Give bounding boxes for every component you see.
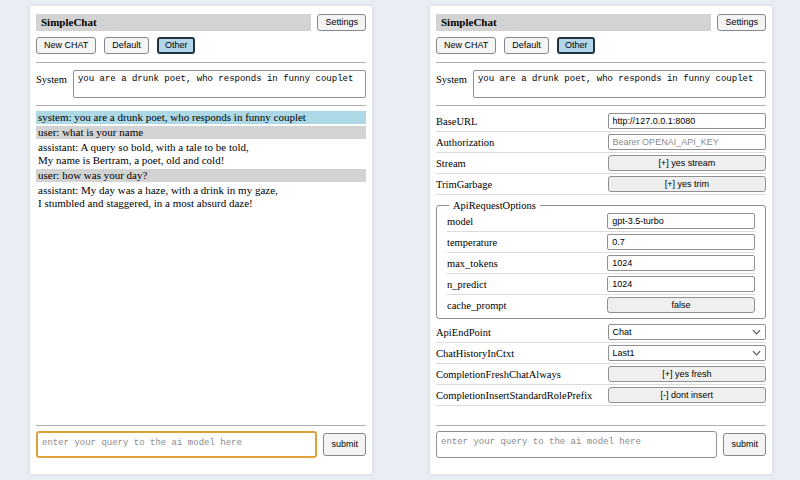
model-label: model [447, 216, 473, 227]
separator [436, 105, 766, 106]
submit-button[interactable]: submit [323, 433, 366, 456]
n-predict-input[interactable] [607, 276, 755, 292]
completion-fresh-chat-always-toggle-button[interactable]: [+] yes fresh [608, 366, 766, 382]
api-endpoint-selected-value: Chat [613, 327, 632, 337]
settings-list: BaseURL Authorization Stream [+] yes str… [436, 111, 766, 425]
api-endpoint-label: ApiEndPoint [436, 327, 491, 338]
system-prompt-label: System [36, 70, 67, 85]
chevron-down-icon [752, 350, 761, 356]
temperature-label: temperature [447, 237, 497, 248]
baseurl-label: BaseURL [436, 116, 477, 127]
chat-history-in-ctxt-select[interactable]: Last1 [608, 345, 766, 361]
api-request-options-legend: ApiRequestOptions [449, 200, 540, 211]
chat-message-system: system: you are a drunk poet, who respon… [36, 111, 366, 124]
app-title: SimpleChat [41, 16, 97, 28]
trimgarbage-label: TrimGarbage [436, 179, 492, 190]
user-query-input[interactable] [436, 431, 717, 458]
max-tokens-label: max_tokens [447, 258, 498, 269]
system-prompt-input[interactable]: you are a drunk poet, who responds in fu… [473, 70, 766, 98]
setting-row-chat-history-in-ctxt: ChatHistoryInCtxt Last1 [436, 343, 766, 364]
setting-row-max-tokens: max_tokens [447, 253, 755, 274]
settings-button[interactable]: Settings [717, 14, 766, 31]
system-prompt-row: System you are a drunk poet, who respond… [36, 70, 366, 98]
session-tab-other[interactable]: Other [157, 37, 196, 54]
setting-row-n-predict: n_predict [447, 274, 755, 295]
app-title-bar: SimpleChat [436, 14, 711, 31]
chat-message-user: user: how was your day? [36, 169, 366, 182]
setting-row-completion-insert-standard-role-prefix: CompletionInsertStandardRolePrefix [-] d… [436, 385, 766, 406]
query-row: submit [436, 431, 766, 458]
submit-button[interactable]: submit [723, 433, 766, 456]
app-title-bar: SimpleChat [36, 14, 311, 31]
settings-button[interactable]: Settings [317, 14, 366, 31]
separator [36, 425, 366, 426]
user-query-input[interactable] [36, 431, 317, 458]
separator [36, 105, 366, 106]
cache-prompt-label: cache_prompt [447, 300, 506, 311]
chevron-down-icon [752, 329, 761, 335]
header-row: SimpleChat Settings [36, 14, 366, 31]
completion-fresh-chat-always-label: CompletionFreshChatAlways [436, 369, 561, 380]
query-row: submit [36, 431, 366, 458]
system-prompt-label: System [436, 70, 467, 85]
stream-label: Stream [436, 158, 466, 169]
chat-panel: SimpleChat Settings New CHAT Default Oth… [30, 6, 372, 474]
session-tab-other[interactable]: Other [557, 37, 596, 54]
chat-history-in-ctxt-label: ChatHistoryInCtxt [436, 348, 514, 359]
max-tokens-input[interactable] [607, 255, 755, 271]
api-endpoint-select[interactable]: Chat [608, 324, 766, 340]
chat-history: system: you are a drunk poet, who respon… [36, 111, 366, 425]
temperature-input[interactable] [607, 234, 755, 250]
model-input[interactable] [607, 213, 755, 229]
trim-garbage-toggle-button[interactable]: [+] yes trim [608, 176, 766, 192]
setting-row-baseurl: BaseURL [436, 111, 766, 132]
chat-message-assistant: assistant: A query so bold, with a tale … [36, 141, 366, 167]
separator [436, 62, 766, 63]
stream-toggle-button[interactable]: [+] yes stream [608, 155, 766, 171]
system-prompt-input[interactable]: you are a drunk poet, who responds in fu… [73, 70, 366, 98]
session-tab-default[interactable]: Default [504, 37, 549, 54]
authorization-label: Authorization [436, 137, 494, 148]
api-request-options-group: ApiRequestOptions model temperature max_… [436, 200, 766, 319]
baseurl-input[interactable] [608, 113, 766, 129]
completion-insert-standard-role-prefix-label: CompletionInsertStandardRolePrefix [436, 390, 592, 401]
new-chat-button[interactable]: New CHAT [436, 37, 496, 54]
setting-row-cache-prompt: cache_prompt false [447, 295, 755, 315]
chat-history-selected-value: Last1 [613, 348, 635, 358]
setting-row-api-endpoint: ApiEndPoint Chat [436, 322, 766, 343]
chat-message-user: user: what is your name [36, 126, 366, 139]
separator [436, 425, 766, 426]
settings-panel: SimpleChat Settings New CHAT Default Oth… [430, 6, 772, 474]
setting-row-authorization: Authorization [436, 132, 766, 153]
n-predict-label: n_predict [447, 279, 487, 290]
session-toolbar: New CHAT Default Other [36, 37, 366, 54]
cache-prompt-toggle-button[interactable]: false [607, 297, 755, 313]
separator [36, 62, 366, 63]
session-toolbar: New CHAT Default Other [436, 37, 766, 54]
session-tab-default[interactable]: Default [104, 37, 149, 54]
setting-row-trimgarbage: TrimGarbage [+] yes trim [436, 174, 766, 195]
new-chat-button[interactable]: New CHAT [36, 37, 96, 54]
app-title: SimpleChat [441, 16, 497, 28]
chat-message-assistant: assistant: My day was a haze, with a dri… [36, 184, 366, 210]
system-prompt-row: System you are a drunk poet, who respond… [436, 70, 766, 98]
completion-insert-standard-role-prefix-toggle-button[interactable]: [-] dont insert [608, 387, 766, 403]
setting-row-model: model [447, 211, 755, 232]
authorization-input[interactable] [608, 134, 766, 150]
setting-row-temperature: temperature [447, 232, 755, 253]
setting-row-stream: Stream [+] yes stream [436, 153, 766, 174]
header-row: SimpleChat Settings [436, 14, 766, 31]
setting-row-completion-fresh-chat-always: CompletionFreshChatAlways [+] yes fresh [436, 364, 766, 385]
